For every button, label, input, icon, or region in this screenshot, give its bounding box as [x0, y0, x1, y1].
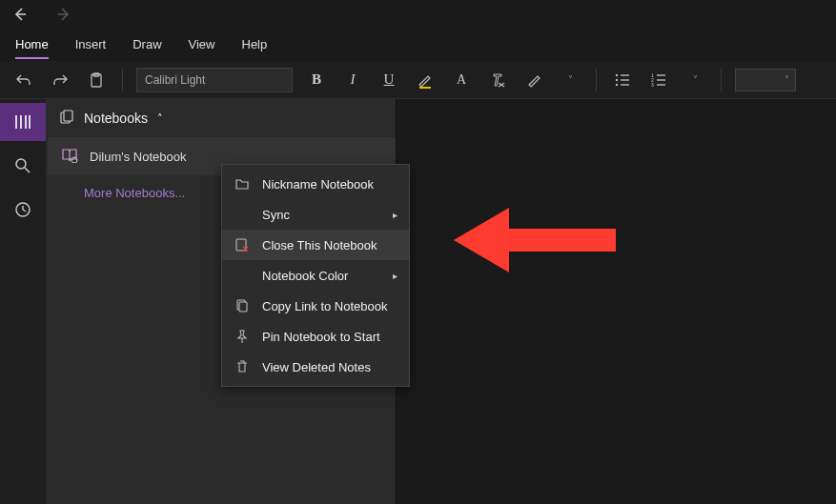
- svg-marker-28: [454, 208, 616, 272]
- tab-view[interactable]: View: [189, 37, 215, 59]
- ctx-close-notebook[interactable]: Close This Notebook: [222, 230, 409, 260]
- trash-icon: [234, 358, 251, 375]
- font-family-input[interactable]: [136, 68, 293, 92]
- tab-draw[interactable]: Draw: [133, 37, 161, 59]
- ctx-nickname-notebook[interactable]: Nickname Notebook: [222, 169, 409, 199]
- svg-point-22: [71, 157, 77, 163]
- paragraph-dropdown[interactable]: ˅: [683, 68, 707, 92]
- svg-text:3: 3: [651, 82, 654, 88]
- ctx-notebook-color[interactable]: Notebook Color ▸: [222, 260, 409, 291]
- ctx-label: Copy Link to Notebook: [262, 299, 388, 313]
- underline-button[interactable]: U: [377, 68, 401, 92]
- annotation-arrow: [454, 204, 616, 276]
- separator: [596, 69, 597, 91]
- svg-rect-21: [64, 111, 72, 121]
- styles-dropdown[interactable]: ˅: [735, 69, 796, 91]
- chevron-up-icon: ˄: [157, 112, 163, 125]
- search-rail-button[interactable]: [0, 147, 46, 185]
- notebooks-rail-button[interactable]: [0, 103, 46, 141]
- left-rail: [0, 99, 46, 504]
- notebooks-header-label: Notebooks: [84, 111, 148, 126]
- tab-home[interactable]: Home: [15, 37, 49, 59]
- recent-rail-button[interactable]: [0, 191, 46, 229]
- notebook-icon: [61, 148, 78, 166]
- tab-insert[interactable]: Insert: [75, 37, 107, 59]
- ctx-label: Pin Notebook to Start: [262, 330, 380, 344]
- more-formatting-dropdown[interactable]: ˅: [558, 68, 582, 92]
- bold-button[interactable]: B: [304, 68, 329, 92]
- close-notebook-icon: [234, 236, 251, 253]
- notebooks-header[interactable]: Notebooks ˄: [46, 99, 396, 137]
- notebook-context-menu: Nickname Notebook Sync ▸ Close This Note…: [221, 164, 410, 387]
- svg-point-5: [616, 73, 618, 75]
- clear-formatting-button[interactable]: [485, 68, 510, 92]
- svg-point-7: [616, 78, 618, 80]
- highlight-button[interactable]: [413, 68, 438, 92]
- ctx-label: View Deleted Notes: [262, 360, 371, 374]
- ctx-label: Sync: [262, 208, 290, 222]
- forward-button[interactable]: [53, 7, 76, 25]
- main-tabs: Home Insert Draw View Help: [0, 30, 836, 61]
- svg-rect-27: [239, 302, 247, 312]
- chevron-right-icon: ▸: [393, 271, 398, 281]
- ctx-label: Notebook Color: [262, 269, 348, 283]
- bulleted-list-button[interactable]: [610, 68, 635, 92]
- font-color-button[interactable]: A: [449, 68, 474, 92]
- format-painter-button[interactable]: [521, 68, 546, 92]
- page-canvas: [397, 99, 836, 504]
- blank-icon: [234, 267, 251, 284]
- copy-link-icon: [234, 297, 251, 314]
- ribbon: B I U A ˅ 123 ˅ ˅: [0, 61, 836, 99]
- titlebar: [0, 0, 836, 30]
- chevron-right-icon: ▸: [393, 210, 398, 220]
- ctx-copy-link[interactable]: Copy Link to Notebook: [222, 291, 409, 321]
- back-button[interactable]: [8, 7, 31, 25]
- ctx-pin-to-start[interactable]: Pin Notebook to Start: [222, 321, 409, 352]
- svg-line-18: [25, 168, 30, 172]
- redo-button[interactable]: [48, 68, 72, 92]
- ctx-sync[interactable]: Sync ▸: [222, 199, 409, 230]
- ctx-label: Nickname Notebook: [262, 177, 374, 192]
- svg-point-9: [616, 83, 618, 85]
- ctx-view-deleted[interactable]: View Deleted Notes: [222, 352, 409, 382]
- numbered-list-button[interactable]: 123: [646, 68, 671, 92]
- clipboard-button[interactable]: [84, 68, 109, 92]
- italic-button[interactable]: I: [340, 68, 365, 92]
- notebook-stack-icon: [59, 110, 74, 128]
- separator: [122, 69, 123, 91]
- tab-help[interactable]: Help: [242, 37, 268, 59]
- separator: [721, 69, 722, 91]
- undo-button[interactable]: [11, 68, 36, 92]
- blank-icon: [234, 206, 251, 223]
- ctx-label: Close This Notebook: [262, 238, 377, 252]
- pin-icon: [234, 328, 251, 345]
- notebook-item-label: Dilum's Notebook: [90, 150, 186, 164]
- svg-point-17: [16, 159, 26, 169]
- folder-icon: [234, 175, 251, 192]
